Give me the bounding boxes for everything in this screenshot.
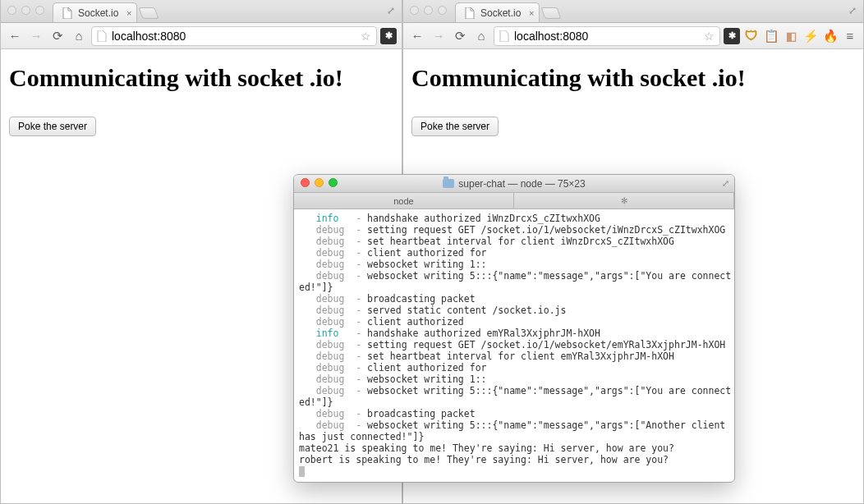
url-input[interactable] bbox=[108, 30, 359, 43]
url-input[interactable] bbox=[511, 30, 702, 43]
page-icon bbox=[498, 30, 511, 42]
extension-icon[interactable]: 🔥 bbox=[822, 28, 839, 44]
tabstrip: Socket.io × ⤢ bbox=[1, 0, 402, 23]
toolbar: ← → ⟳ ⌂ ☆ ✱ 🛡 📋 ◧ ⚡ 🔥 ≡ bbox=[403, 23, 863, 49]
traffic-lights bbox=[1, 0, 51, 21]
chrome-menu-icon[interactable]: ≡ bbox=[842, 29, 858, 43]
browser-tab[interactable]: Socket.io × bbox=[455, 2, 540, 22]
extension-icon[interactable]: 🛡 bbox=[743, 28, 760, 44]
bookmark-star-icon[interactable]: ☆ bbox=[702, 30, 716, 43]
page-heading: Communicating with socket .io! bbox=[411, 64, 855, 92]
tab-title: Socket.io bbox=[78, 7, 118, 19]
extension-icon[interactable]: ⚡ bbox=[802, 28, 819, 44]
new-tab-button[interactable] bbox=[139, 7, 159, 19]
close-tab-icon[interactable]: × bbox=[529, 8, 534, 18]
close-window-icon[interactable] bbox=[301, 178, 310, 187]
close-window-icon[interactable] bbox=[410, 6, 419, 15]
traffic-lights bbox=[403, 0, 453, 21]
minimize-window-icon[interactable] bbox=[424, 6, 433, 15]
folder-icon bbox=[443, 179, 454, 188]
extension-icon[interactable]: ✱ bbox=[380, 28, 397, 44]
new-tab-button[interactable] bbox=[541, 7, 562, 19]
minimize-window-icon[interactable] bbox=[21, 6, 30, 15]
omnibox[interactable]: ☆ bbox=[494, 26, 720, 46]
back-button[interactable]: ← bbox=[6, 27, 24, 45]
extension-icon[interactable]: 📋 bbox=[763, 28, 779, 44]
browser-tab[interactable]: Socket.io × bbox=[53, 2, 137, 22]
fullscreen-icon[interactable]: ⤢ bbox=[722, 178, 729, 189]
poke-server-button[interactable]: Poke the server bbox=[411, 117, 499, 136]
terminal-tab[interactable]: node bbox=[294, 193, 514, 208]
forward-button[interactable]: → bbox=[430, 27, 448, 45]
close-window-icon[interactable] bbox=[7, 6, 16, 15]
home-button[interactable]: ⌂ bbox=[472, 27, 490, 45]
fullscreen-icon[interactable]: ⤢ bbox=[387, 0, 402, 16]
extension-icon[interactable]: ◧ bbox=[783, 28, 799, 44]
traffic-lights bbox=[294, 175, 344, 190]
omnibox[interactable]: ☆ bbox=[91, 26, 377, 46]
fullscreen-icon[interactable]: ⤢ bbox=[848, 0, 863, 16]
tabstrip: Socket.io × ⤢ bbox=[403, 0, 863, 23]
minimize-window-icon[interactable] bbox=[315, 178, 324, 187]
page-favicon-icon bbox=[62, 7, 73, 19]
reload-button[interactable]: ⟳ bbox=[451, 27, 469, 45]
page-favicon-icon bbox=[464, 7, 476, 19]
close-tab-icon[interactable]: × bbox=[126, 8, 131, 18]
toolbar: ← → ⟳ ⌂ ☆ ✱ bbox=[1, 23, 402, 49]
zoom-window-icon[interactable] bbox=[35, 6, 44, 15]
poke-server-button[interactable]: Poke the server bbox=[9, 117, 96, 136]
extension-icon[interactable]: ✱ bbox=[724, 28, 740, 44]
back-button[interactable]: ← bbox=[408, 27, 426, 45]
terminal-tab-spinner[interactable] bbox=[514, 193, 734, 208]
bookmark-star-icon[interactable]: ☆ bbox=[359, 30, 373, 43]
tab-title: Socket.io bbox=[480, 7, 521, 19]
zoom-window-icon[interactable] bbox=[438, 6, 447, 15]
page-heading: Communicating with socket .io! bbox=[9, 64, 393, 92]
zoom-window-icon[interactable] bbox=[329, 178, 338, 187]
terminal-window: super-chat — node — 75×23 ⤢ node info - … bbox=[293, 174, 735, 483]
terminal-title: super-chat — node — 75×23 bbox=[294, 178, 734, 190]
forward-button[interactable]: → bbox=[27, 27, 45, 45]
home-button[interactable]: ⌂ bbox=[70, 27, 88, 45]
terminal-tabs: node bbox=[294, 193, 734, 209]
terminal-output[interactable]: info - handshake authorized iWnzDrcxS_cZ… bbox=[294, 209, 734, 482]
terminal-titlebar[interactable]: super-chat — node — 75×23 ⤢ bbox=[294, 175, 734, 193]
reload-button[interactable]: ⟳ bbox=[48, 27, 67, 45]
page-icon bbox=[95, 30, 108, 42]
